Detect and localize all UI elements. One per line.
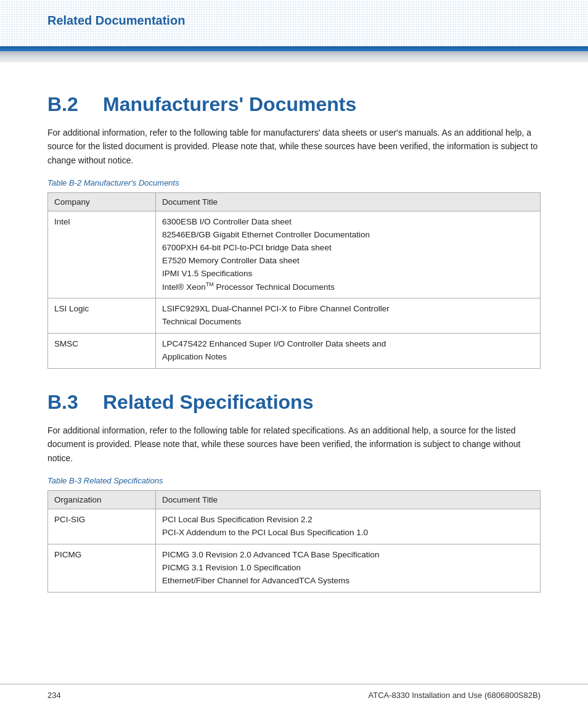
- table-row: PCI-SIG PCI Local Bus Specification Revi…: [48, 509, 541, 544]
- section-b3-title: Related Specifications: [103, 391, 313, 414]
- table-cell-org-pcisig: PCI-SIG: [48, 509, 156, 544]
- table-cell-company-smsc: SMSC: [48, 334, 156, 369]
- table-b3-caption: Table B-3 Related Specifications: [47, 476, 541, 485]
- footer-page-number: 234: [47, 691, 61, 700]
- section-b2-body: For additional information, refer to the…: [47, 126, 541, 167]
- page-title: Related Documentation: [47, 14, 185, 27]
- section-b3-number: B.3: [47, 391, 103, 414]
- page-footer: 234 ATCA-8330 Installation and Use (6806…: [0, 684, 588, 706]
- section-b2-title: Manufacturers' Documents: [103, 93, 356, 116]
- gray-wave-bar: [0, 51, 588, 62]
- table-row: LSI Logic LSIFC929XL Dual-Channel PCI-X …: [48, 298, 541, 334]
- blue-separator-bar: [0, 46, 588, 51]
- table-cell-company-intel: Intel: [48, 211, 156, 298]
- section-b2-number: B.2: [47, 93, 103, 116]
- header-title-bar: Related Documentation: [0, 9, 588, 33]
- table-cell-docs-intel: 6300ESB I/O Controller Data sheet 82546E…: [156, 211, 541, 298]
- table-row: Intel 6300ESB I/O Controller Data sheet …: [48, 211, 541, 298]
- table-cell-org-picmg: PICMG: [48, 544, 156, 592]
- table-cell-docs-pcisig: PCI Local Bus Specification Revision 2.2…: [156, 509, 541, 544]
- table-cell-docs-smsc: LPC47S422 Enhanced Super I/O Controller …: [156, 334, 541, 369]
- table-b3-col2-header: Document Title: [156, 491, 541, 509]
- table-b2-caption: Table B-2 Manufacturer's Documents: [47, 178, 541, 187]
- main-content: B.2 Manufacturers' Documents For additio…: [0, 62, 588, 652]
- table-cell-docs-picmg: PICMG 3.0 Revision 2.0 Advanced TCA Base…: [156, 544, 541, 592]
- table-b2-col2-header: Document Title: [156, 193, 541, 211]
- section-b2-heading: B.2 Manufacturers' Documents: [47, 93, 541, 116]
- table-row: SMSC LPC47S422 Enhanced Super I/O Contro…: [48, 334, 541, 369]
- section-b3-heading: B.3 Related Specifications: [47, 391, 541, 414]
- table-b2-col1-header: Company: [48, 193, 156, 211]
- table-cell-company-lsi: LSI Logic: [48, 298, 156, 334]
- manufacturers-table: Company Document Title Intel 6300ESB I/O…: [47, 192, 541, 369]
- header-pattern: Related Documentation: [0, 0, 588, 46]
- table-cell-docs-lsi: LSIFC929XL Dual-Channel PCI-X to Fibre C…: [156, 298, 541, 334]
- footer-document-title: ATCA-8330 Installation and Use (6806800S…: [369, 691, 541, 700]
- specifications-table: Organization Document Title PCI-SIG PCI …: [47, 490, 541, 593]
- table-row: PICMG PICMG 3.0 Revision 2.0 Advanced TC…: [48, 544, 541, 592]
- table-b3-col1-header: Organization: [48, 491, 156, 509]
- section-b3-body: For additional information, refer to the…: [47, 424, 541, 465]
